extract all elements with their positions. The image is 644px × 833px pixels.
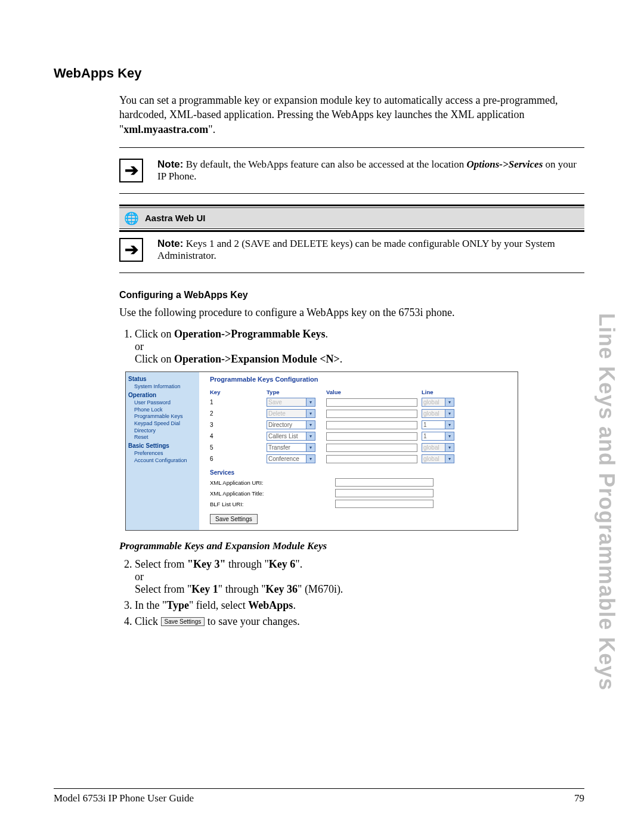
line-select: global▾ xyxy=(422,454,454,463)
s2f: Select from " xyxy=(135,583,191,595)
webui-main: Programmable Keys Configuration Key Type… xyxy=(199,372,518,530)
nav-system-information[interactable]: System Information xyxy=(134,383,197,391)
value-input[interactable] xyxy=(326,421,417,429)
s3a: In the " xyxy=(135,599,166,611)
s1c: . xyxy=(325,328,328,340)
value-input[interactable] xyxy=(326,455,417,463)
webui-nav: Status System Information Operation User… xyxy=(126,372,199,530)
type-select: Save▾ xyxy=(267,398,315,407)
type-select[interactable]: Transfer▾ xyxy=(267,443,315,452)
chevron-down-icon: ▾ xyxy=(445,410,454,417)
s2-or: or xyxy=(135,571,144,583)
cell-key: 4 xyxy=(210,433,267,439)
nav-phone-lock[interactable]: Phone Lock xyxy=(134,407,197,414)
service-row: BLF List URI: xyxy=(210,500,512,508)
table-row: 4Callers List▾1▾ xyxy=(210,432,512,441)
s1e: Operation->Expansion Module <N> xyxy=(174,353,340,365)
col-value: Value xyxy=(326,389,422,395)
note-text-2: Note: Keys 1 and 2 (SAVE and DELETE keys… xyxy=(157,238,584,262)
s1a: Click on xyxy=(135,328,174,340)
nav-directory[interactable]: Directory xyxy=(134,428,197,435)
note1-t1: By default, the WebApps feature can also… xyxy=(183,159,466,170)
value-input[interactable] xyxy=(326,444,417,452)
service-input[interactable] xyxy=(335,500,434,508)
nav-preferences[interactable]: Preferences xyxy=(134,450,197,457)
s1f: . xyxy=(340,353,343,365)
s1b: Operation->Programmable Keys xyxy=(174,328,325,340)
chevron-down-icon: ▾ xyxy=(306,398,315,406)
nav-user-password[interactable]: User Password xyxy=(134,400,197,407)
note-text-1: Note: By default, the WebApps feature ca… xyxy=(157,159,584,182)
table-row: 6Conference▾global▾ xyxy=(210,454,512,463)
footer-left: Model 6753i IP Phone User Guide xyxy=(54,792,194,804)
config-subhead: Configuring a WebApps Key xyxy=(119,290,584,301)
chevron-down-icon: ▾ xyxy=(445,455,454,463)
chevron-down-icon: ▾ xyxy=(306,421,315,429)
s3e: . xyxy=(293,599,296,611)
table-row: 3Directory▾1▾ xyxy=(210,420,512,429)
chevron-down-icon: ▾ xyxy=(306,455,315,463)
type-select[interactable]: Conference▾ xyxy=(267,454,315,463)
globe-icon: 🌐 xyxy=(124,211,139,225)
note-label: Note: xyxy=(157,159,183,170)
cell-key: 5 xyxy=(210,444,267,451)
chevron-down-icon: ▾ xyxy=(306,410,315,417)
value-input[interactable] xyxy=(326,398,417,407)
cell-key: 1 xyxy=(210,399,267,405)
line-select: global▾ xyxy=(422,398,454,407)
service-input[interactable] xyxy=(335,489,434,497)
intro-text-c: ". xyxy=(208,123,215,135)
service-row: XML Application URI: xyxy=(210,478,512,487)
s3b: Type xyxy=(166,599,189,611)
cell-key: 2 xyxy=(210,410,267,417)
col-type: Type xyxy=(267,389,326,395)
line-select[interactable]: 1▾ xyxy=(422,432,454,441)
nav-account-config[interactable]: Account Configuration xyxy=(134,457,197,465)
intro-paragraph: You can set a programmable key or expans… xyxy=(119,93,584,137)
chevron-down-icon: ▾ xyxy=(306,432,315,440)
chevron-down-icon: ▾ xyxy=(445,432,454,440)
services-header: Services xyxy=(210,469,512,476)
note2-t1: Keys 1 and 2 (SAVE and DELETE keys) can … xyxy=(157,238,555,261)
s2h: " through " xyxy=(218,583,266,595)
type-select: Delete▾ xyxy=(267,409,315,418)
note1-italic: Options->Services xyxy=(467,159,543,170)
service-label: BLF List URI: xyxy=(210,501,335,507)
value-input[interactable] xyxy=(326,410,417,418)
nav-heading-basic: Basic Settings xyxy=(128,442,197,449)
step-4: Click Save Settings to save your changes… xyxy=(135,615,584,628)
nav-programmable-keys[interactable]: Programmable Keys xyxy=(134,413,197,420)
s3d: WebApps xyxy=(248,599,293,611)
line-select[interactable]: 1▾ xyxy=(422,420,454,429)
nav-heading-operation: Operation xyxy=(128,392,197,398)
s2a: Select from xyxy=(135,558,187,570)
s2d: Key 6 xyxy=(269,558,296,570)
s4b: to save your changes. xyxy=(205,615,299,627)
cell-key: 6 xyxy=(210,456,267,462)
arrow-right-icon: ➔ xyxy=(119,238,143,262)
subsection-italic: Programmable Keys and Expansion Module K… xyxy=(119,540,584,552)
note-label: Note: xyxy=(157,238,183,249)
nav-reset[interactable]: Reset xyxy=(134,434,197,441)
type-select[interactable]: Directory▾ xyxy=(267,420,315,429)
config-para: Use the following procedure to configure… xyxy=(119,305,584,320)
aastra-bar-wrap: 🌐 Aastra Web UI xyxy=(119,205,584,232)
type-select[interactable]: Callers List▾ xyxy=(267,432,315,441)
nav-keypad-speed-dial[interactable]: Keypad Speed Dial xyxy=(134,420,197,428)
save-settings-button[interactable]: Save Settings xyxy=(210,514,258,524)
service-label: XML Application Title: xyxy=(210,490,335,497)
table-row: 1Save▾global▾ xyxy=(210,398,512,407)
steps-list-2: Select from "Key 3" through "Key 6". or … xyxy=(119,558,584,628)
table-row: 5Transfer▾global▾ xyxy=(210,443,512,452)
step-2: Select from "Key 3" through "Key 6". or … xyxy=(135,558,584,596)
save-settings-inline-button: Save Settings xyxy=(161,617,205,626)
divider xyxy=(119,272,584,273)
chevron-down-icon: ▾ xyxy=(445,421,454,429)
footer-page-number: 79 xyxy=(574,792,584,804)
chevron-down-icon: ▾ xyxy=(306,444,315,451)
note-block-2: ➔ Note: Keys 1 and 2 (SAVE and DELETE ke… xyxy=(119,238,584,262)
col-line: Line xyxy=(422,389,463,395)
line-select: global▾ xyxy=(422,409,454,418)
service-input[interactable] xyxy=(335,478,434,487)
value-input[interactable] xyxy=(326,432,417,441)
